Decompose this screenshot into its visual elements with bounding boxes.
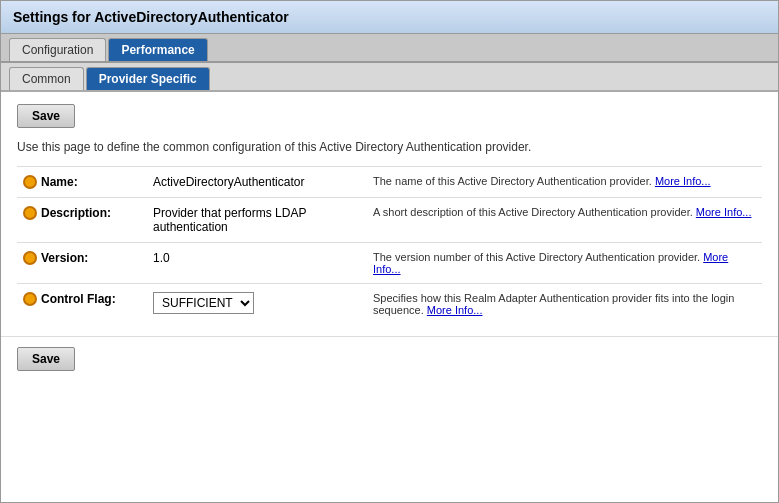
field-label-name: Name: [17,167,147,198]
tab-performance[interactable]: Performance [108,38,207,61]
tab-row-1: Configuration Performance [1,34,778,63]
field-label-version: Version: [17,243,147,284]
more-info-link[interactable]: More Info... [655,175,711,187]
field-label-control-flag: Control Flag: [17,284,147,325]
field-label-description: Description: [17,198,147,243]
field-label-inner: Version: [23,251,141,265]
save-button-bottom[interactable]: Save [17,347,75,371]
table-row: Version: 1.0The version number of this A… [17,243,762,284]
tab-provider-specific[interactable]: Provider Specific [86,67,210,90]
page-description: Use this page to define the common confi… [17,140,762,154]
fields-table: Name: ActiveDirectoryAuthenticatorThe na… [17,166,762,324]
field-desc-text: The name of this Active Directory Authen… [373,175,652,187]
more-info-link[interactable]: More Info... [696,206,752,218]
save-button-top[interactable]: Save [17,104,75,128]
field-desc-name: The name of this Active Directory Authen… [367,167,762,198]
table-row: Control Flag: REQUIREDREQUISITESUFFICIEN… [17,284,762,325]
title-bar: Settings for ActiveDirectoryAuthenticato… [1,1,778,34]
window-title: Settings for ActiveDirectoryAuthenticato… [13,9,766,25]
gear-icon [23,251,37,265]
gear-icon [23,292,37,306]
table-row: Name: ActiveDirectoryAuthenticatorThe na… [17,167,762,198]
tab-common[interactable]: Common [9,67,84,90]
field-label-inner: Control Flag: [23,292,141,306]
more-info-link[interactable]: More Info... [427,304,483,316]
tab-configuration[interactable]: Configuration [9,38,106,61]
tab-row-2: Common Provider Specific [1,63,778,92]
control-flag-select[interactable]: REQUIREDREQUISITESUFFICIENTOPTIONAL [153,292,254,314]
field-value-version: 1.0 [147,243,367,284]
field-label-text: Description: [41,206,111,220]
field-label-text: Name: [41,175,78,189]
gear-icon [23,206,37,220]
content-area: Save Use this page to define the common … [1,92,778,336]
gear-icon [23,175,37,189]
field-desc-version: The version number of this Active Direct… [367,243,762,284]
field-desc-control-flag: Specifies how this Realm Adapter Authent… [367,284,762,325]
field-desc-text: A short description of this Active Direc… [373,206,693,218]
field-label-inner: Name: [23,175,141,189]
bottom-save-area: Save [1,336,778,381]
field-desc-text: The version number of this Active Direct… [373,251,700,263]
field-desc-description: A short description of this Active Direc… [367,198,762,243]
field-value-name: ActiveDirectoryAuthenticator [147,167,367,198]
field-value-description: Provider that performs LDAP authenticati… [147,198,367,243]
field-label-text: Version: [41,251,88,265]
main-window: Settings for ActiveDirectoryAuthenticato… [0,0,779,503]
field-label-inner: Description: [23,206,141,220]
field-value-control-flag: REQUIREDREQUISITESUFFICIENTOPTIONAL [147,284,367,325]
field-label-text: Control Flag: [41,292,116,306]
table-row: Description: Provider that performs LDAP… [17,198,762,243]
